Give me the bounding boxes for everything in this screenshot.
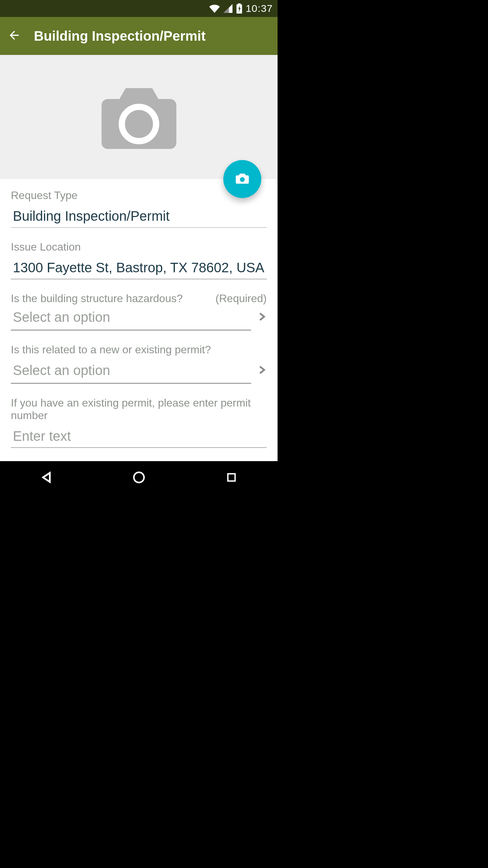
wifi-icon bbox=[209, 4, 220, 13]
issue-location-field: Issue Location 1300 Fayette St, Bastrop,… bbox=[11, 241, 267, 279]
chevron-right-icon bbox=[257, 365, 267, 375]
issue-location-label: Issue Location bbox=[11, 241, 267, 253]
nav-recent-button[interactable] bbox=[213, 469, 250, 486]
cell-signal-icon bbox=[223, 4, 233, 13]
request-form: Request Type Building Inspection/Permit … bbox=[0, 179, 278, 461]
chevron-right-icon bbox=[257, 312, 267, 322]
hazardous-label: Is the building structure hazardous? bbox=[11, 292, 183, 305]
permit-relation-label: Is this related to a new or existing per… bbox=[11, 343, 267, 356]
battery-charging-icon bbox=[236, 3, 242, 14]
permit-number-input[interactable] bbox=[11, 429, 267, 448]
permit-relation-select[interactable]: Select an option bbox=[11, 363, 251, 384]
status-time: 10:37 bbox=[246, 3, 273, 14]
permit-number-field: If you have an existing permit, please e… bbox=[11, 397, 267, 448]
svg-point-3 bbox=[240, 177, 245, 182]
back-icon[interactable] bbox=[7, 28, 21, 43]
hazardous-required-hint: (Required) bbox=[216, 292, 267, 305]
svg-rect-5 bbox=[228, 474, 235, 481]
status-bar: 10:37 bbox=[0, 0, 278, 17]
svg-rect-1 bbox=[238, 3, 241, 5]
photo-placeholder-area[interactable] bbox=[0, 55, 278, 179]
issue-location-value[interactable]: 1300 Fayette St, Bastrop, TX 78602, USA bbox=[11, 260, 267, 279]
app-bar: Building Inspection/Permit bbox=[0, 17, 278, 55]
camera-placeholder-icon bbox=[100, 83, 178, 151]
camera-icon bbox=[235, 172, 249, 186]
nav-back-button[interactable] bbox=[28, 469, 65, 486]
svg-point-4 bbox=[134, 472, 144, 482]
permit-number-label: If you have an existing permit, please e… bbox=[11, 397, 267, 422]
system-navigation-bar bbox=[0, 461, 278, 494]
hazardous-field: Is the building structure hazardous? (Re… bbox=[11, 292, 267, 331]
page-title: Building Inspection/Permit bbox=[34, 28, 206, 44]
request-type-field: Request Type Building Inspection/Permit bbox=[11, 189, 267, 228]
nav-home-button[interactable] bbox=[120, 469, 158, 486]
permit-relation-field: Is this related to a new or existing per… bbox=[11, 343, 267, 384]
hazardous-select[interactable]: Select an option bbox=[11, 310, 251, 331]
request-type-value: Building Inspection/Permit bbox=[11, 209, 267, 228]
add-photo-fab[interactable] bbox=[223, 160, 261, 198]
